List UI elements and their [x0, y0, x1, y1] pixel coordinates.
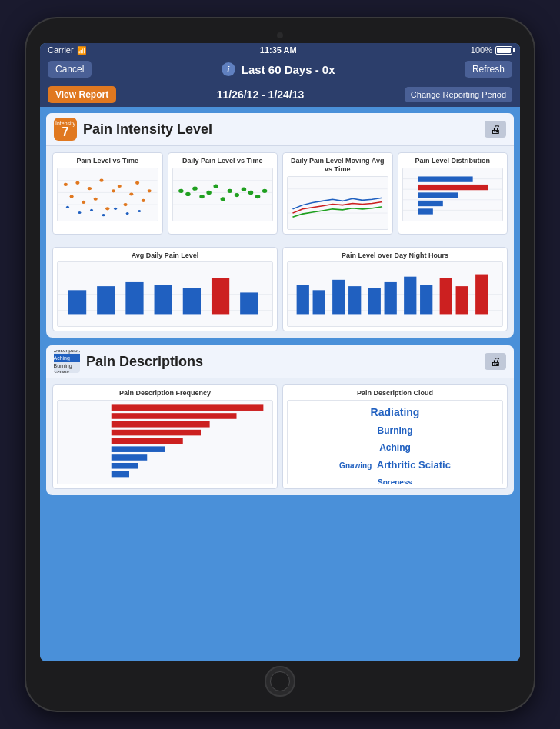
svg-rect-80 — [440, 278, 452, 315]
svg-rect-74 — [332, 280, 345, 315]
svg-rect-64 — [155, 285, 172, 314]
chart-pain-level-vs-time[interactable]: Pain Level vs Time — [52, 152, 163, 235]
print-icon[interactable]: 🖨 — [485, 121, 506, 138]
svg-point-8 — [88, 187, 92, 190]
change-period-button[interactable]: Change Reporting Period — [405, 87, 512, 102]
cancel-button[interactable]: Cancel — [48, 61, 92, 78]
front-camera — [277, 32, 283, 38]
chart-moving-avg[interactable]: Daily Pain Level Moving Avg vs Time — [282, 152, 393, 235]
svg-point-31 — [185, 192, 190, 196]
intensity-badge: Intensity 7 — [54, 118, 77, 141]
svg-point-24 — [126, 212, 129, 215]
pain-descriptions-header: Description Aching Burning Sciatic Pain … — [46, 345, 514, 378]
svg-rect-72 — [297, 285, 309, 314]
chart-title-5: Avg Daily Pain Level — [57, 251, 273, 260]
svg-rect-86 — [112, 421, 210, 428]
chart-daily-pain-level[interactable]: Daily Pain Level vs Time — [168, 152, 278, 235]
word-soreness: Soreness — [378, 478, 412, 484]
svg-rect-77 — [385, 282, 397, 315]
charts-row-2: Avg Daily Pain Level — [46, 241, 514, 338]
svg-point-4 — [64, 183, 68, 186]
chart-area-freq — [57, 400, 273, 484]
chart-avg-daily[interactable]: Avg Daily Pain Level — [52, 247, 278, 332]
svg-point-7 — [82, 201, 85, 204]
svg-point-9 — [94, 197, 98, 200]
content-area: Intensity 7 Pain Intensity Level 🖨 — [40, 107, 520, 661]
status-bar: Carrier 📶 11:35 AM 100% — [40, 43, 520, 57]
battery-percent: 100% — [471, 45, 492, 55]
screen: Carrier 📶 11:35 AM 100% Cancel i Last 60… — [40, 43, 520, 661]
word-gnawing: Gnawing — [339, 461, 372, 471]
svg-rect-79 — [420, 285, 432, 314]
svg-point-37 — [227, 188, 232, 192]
svg-rect-63 — [125, 282, 143, 315]
chart-freq[interactable]: Pain Description Frequency — [52, 384, 278, 489]
chart-area-1 — [57, 168, 158, 221]
svg-point-36 — [220, 197, 225, 201]
chart-title-3: Daily Pain Level Moving Avg vs Time — [287, 157, 388, 174]
chart-cloud[interactable]: Pain Description Cloud Radiating Burning… — [282, 384, 508, 489]
svg-point-22 — [102, 214, 105, 216]
svg-point-34 — [206, 191, 211, 195]
svg-point-39 — [241, 187, 245, 191]
view-report-button[interactable]: View Report — [48, 86, 116, 103]
nav-title: Last 60 Days - 0x — [242, 63, 335, 76]
svg-point-13 — [118, 185, 122, 188]
svg-point-14 — [123, 203, 127, 206]
intensity-badge-value: 7 — [62, 126, 69, 138]
chart-title-2: Daily Pain Level vs Time — [172, 157, 274, 165]
chart-day-night[interactable]: Pain Level over Day Night Hours — [282, 247, 508, 332]
date-bar: View Report 11/26/12 - 1/24/13 Change Re… — [40, 82, 520, 107]
svg-point-40 — [248, 191, 252, 195]
chart-distribution[interactable]: Pain Level Distribution — [398, 152, 508, 235]
svg-point-25 — [138, 210, 141, 212]
tablet-device: Carrier 📶 11:35 AM 100% Cancel i Last 60… — [26, 18, 534, 711]
word-cloud: Radiating Burning Aching Gnawing Arthrit… — [288, 401, 502, 484]
chart-title-freq: Pain Description Frequency — [57, 389, 273, 398]
refresh-button[interactable]: Refresh — [465, 61, 512, 78]
svg-rect-65 — [183, 288, 201, 315]
chart-title-6: Pain Level over Day Night Hours — [287, 251, 503, 260]
svg-rect-92 — [112, 471, 129, 478]
info-icon[interactable]: i — [222, 62, 235, 76]
svg-rect-0 — [58, 168, 158, 221]
wifi-icon: 📶 — [77, 46, 86, 55]
chart-area-cloud: Radiating Burning Aching Gnawing Arthrit… — [287, 400, 503, 484]
word-arthritic: Arthritic Sciatic — [377, 458, 451, 472]
chart-area-3 — [287, 176, 388, 230]
svg-rect-54 — [418, 192, 458, 198]
nav-bar: Cancel i Last 60 Days - 0x Refresh — [40, 57, 520, 82]
pain-descriptions-section: Description Aching Burning Sciatic Pain … — [46, 345, 514, 495]
svg-rect-55 — [418, 201, 442, 206]
svg-point-11 — [105, 207, 109, 210]
chart-area-4 — [402, 168, 504, 221]
pain-intensity-section: Intensity 7 Pain Intensity Level 🖨 — [46, 113, 514, 338]
battery-icon — [495, 46, 512, 55]
svg-point-23 — [114, 208, 117, 210]
carrier-label: Carrier — [48, 45, 74, 55]
word-radiating: Radiating — [371, 405, 420, 421]
svg-point-38 — [234, 193, 238, 197]
word-aching: Aching — [379, 441, 411, 454]
svg-point-15 — [129, 192, 133, 195]
pain-intensity-title: Pain Intensity Level — [83, 122, 212, 138]
svg-point-20 — [78, 211, 82, 214]
chart-area-6 — [287, 261, 503, 327]
svg-rect-73 — [313, 291, 325, 315]
svg-rect-85 — [112, 413, 237, 419]
home-button[interactable] — [265, 666, 295, 697]
svg-rect-84 — [112, 405, 264, 411]
svg-point-41 — [255, 195, 259, 198]
charts-row-1: Pain Level vs Time — [46, 146, 514, 241]
desc-charts-grid: Pain Description Frequency — [46, 378, 514, 495]
svg-point-16 — [135, 181, 139, 185]
svg-point-18 — [148, 189, 152, 192]
svg-point-19 — [66, 205, 69, 208]
print-icon-2[interactable]: 🖨 — [485, 353, 506, 370]
chart-area-2 — [172, 168, 274, 221]
svg-rect-66 — [212, 278, 229, 315]
svg-point-17 — [142, 199, 145, 202]
svg-rect-88 — [112, 438, 183, 444]
pain-descriptions-title: Pain Descriptions — [86, 354, 203, 370]
chart-title-1: Pain Level vs Time — [57, 157, 158, 165]
